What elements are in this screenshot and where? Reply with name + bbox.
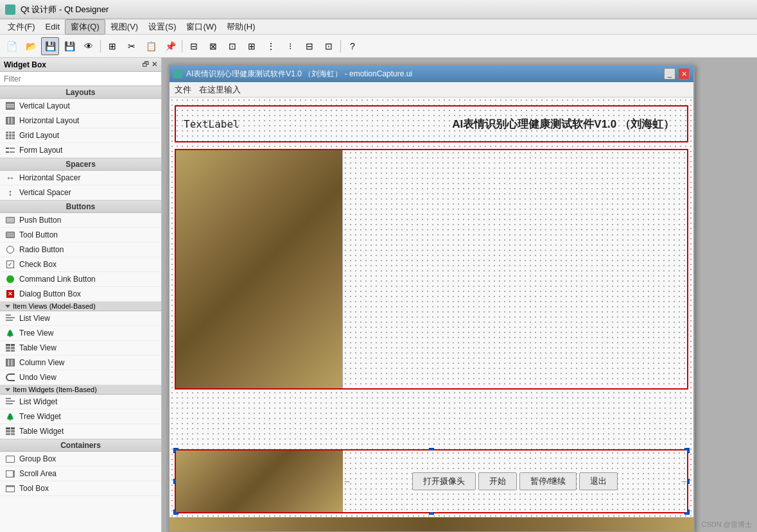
open-camera-btn[interactable]: 打开摄像头 <box>412 472 476 490</box>
widget-undo-view[interactable]: Undo View <box>0 370 161 385</box>
start-btn[interactable]: 开始 <box>478 472 517 490</box>
toolbar-align-h2[interactable]: ⊠ <box>204 37 222 55</box>
widget-tree-widget[interactable]: 🌲 Tree Widget <box>0 409 161 424</box>
widget-grid-layout[interactable]: Grid Layout <box>0 128 161 143</box>
widget-table-widget[interactable]: Table Widget <box>0 424 161 439</box>
widget-table-view[interactable]: Table View <box>0 341 161 356</box>
widget-horizontal-layout[interactable]: Horizontal Layout <box>0 114 161 128</box>
widget-group-box[interactable]: Group Box <box>0 452 161 467</box>
toolbar-paste[interactable]: 📌 <box>161 37 179 55</box>
toolbar-grid[interactable]: ⋮ <box>262 37 280 55</box>
widget-box-close[interactable]: ✕ <box>152 60 157 69</box>
bottom-area: ········· 打开摄像头 开始 暂停/继续 退出 ········· <box>175 449 688 513</box>
table-view-icon <box>5 343 15 353</box>
push-button-icon <box>5 215 15 225</box>
menu-window[interactable]: 窗口(W) <box>181 20 222 34</box>
toolbar-sep3 <box>340 40 341 53</box>
widget-push-button[interactable]: Push Button <box>0 213 161 228</box>
title-bar: Qt 设计师 - Qt Designer <box>0 0 757 19</box>
designer-menu-file[interactable]: 文件 <box>175 84 191 96</box>
designer-close-btn[interactable]: ✕ <box>678 68 690 80</box>
designer-window: AI表情识别心理健康测试软件V1.0 （刘海虹） - emotionCaptur… <box>168 64 695 532</box>
widget-command-link-button[interactable]: Command Link Button <box>0 272 161 287</box>
toolbar-sep1 <box>100 40 101 53</box>
designer-titlebar-left: AI表情识别心理健康测试软件V1.0 （刘海虹） - emotionCaptur… <box>173 69 412 80</box>
toolbar-align-v2[interactable]: ⊞ <box>243 37 261 55</box>
menu-help[interactable]: 帮助(H) <box>222 20 260 34</box>
toolbar-layout[interactable]: ⊟ <box>300 37 318 55</box>
filter-input[interactable] <box>0 72 161 85</box>
widget-box-actions: 🗗 ✕ <box>142 60 157 69</box>
toolbar-save2[interactable]: 💾 <box>60 37 78 55</box>
item-widgets-arrow <box>5 388 10 391</box>
central-area: AI表情识别心理健康测试软件V1.0 （刘海虹） - emotionCaptur… <box>162 58 757 532</box>
list-view-icon <box>5 313 15 323</box>
section-item-widgets[interactable]: Item Widgets (Item-Based) <box>0 385 161 395</box>
widget-scroll-area[interactable]: Scroll Area <box>0 467 161 481</box>
form-layout-icon <box>5 145 15 155</box>
menu-settings[interactable]: 设置(S) <box>143 20 181 34</box>
toolbar-copy[interactable]: 📋 <box>142 37 160 55</box>
widget-tool-button[interactable]: Tool Button <box>0 228 161 243</box>
widget-vertical-spacer[interactable]: ↕ Vertical Spacer <box>0 185 161 200</box>
designer-canvas[interactable]: TextLabel AI表情识别心理健康测试软件V1.0 （刘海虹） <box>170 98 693 531</box>
filter-box[interactable] <box>0 72 161 86</box>
widget-horizontal-spacer[interactable]: ↔ Horizontal Spacer <box>0 171 161 185</box>
toolbar-align-h[interactable]: ⊟ <box>185 37 203 55</box>
item-views-arrow <box>5 305 10 308</box>
toolbar-align-v[interactable]: ⊡ <box>223 37 241 55</box>
toolbar-save[interactable]: 💾 <box>41 37 59 55</box>
menu-form[interactable]: 窗体(Q) <box>65 19 105 35</box>
menu-file[interactable]: 文件(F) <box>3 20 40 34</box>
widget-radio-button[interactable]: Radio Button <box>0 243 161 257</box>
bottom-left-preview <box>176 450 343 512</box>
widget-list-widget[interactable]: List Widget <box>0 395 161 409</box>
pause-continue-btn[interactable]: 暂停/继续 <box>519 472 577 490</box>
toolbar-grid2[interactable]: ⁝ <box>281 37 299 55</box>
designer-menu-input[interactable]: 在这里输入 <box>199 84 241 96</box>
category-layouts: Layouts <box>0 86 161 99</box>
designer-minimize-btn[interactable]: _ <box>664 68 675 80</box>
toolbar: 📄 📂 💾 💾 👁 ⊞ ✂ 📋 📌 ⊟ ⊠ ⊡ ⊞ ⋮ ⁝ ⊟ ⊡ ? <box>0 35 757 58</box>
widget-vertical-layout[interactable]: Vertical Layout <box>0 99 161 114</box>
menu-bar: 文件(F) Edit 窗体(Q) 视图(V) 设置(S) 窗口(W) 帮助(H) <box>0 19 757 35</box>
widget-box-float[interactable]: 🗗 <box>142 60 149 69</box>
vertical-layout-icon <box>5 101 15 111</box>
grid-layout-icon <box>5 130 15 141</box>
toolbar-sep2 <box>182 40 182 53</box>
left-preview <box>176 150 343 388</box>
widget-column-view[interactable]: Column View <box>0 356 161 370</box>
section-item-views[interactable]: Item Views (Model-Based) <box>0 302 161 311</box>
bottom-buttons-area: ········· 打开摄像头 开始 暂停/继续 退出 ········· <box>343 450 687 512</box>
toolbar-cut[interactable]: ✂ <box>123 37 141 55</box>
widget-dialog-button-box[interactable]: ✕ Dialog Button Box <box>0 287 161 302</box>
bottom-gold-bar <box>170 517 693 531</box>
widget-tool-box[interactable]: Tool Box <box>0 481 161 496</box>
toolbar-adjust[interactable]: ⊞ <box>103 37 121 55</box>
category-containers: Containers <box>0 439 161 452</box>
toolbar-open[interactable]: 📂 <box>22 37 40 55</box>
menu-view[interactable]: 视图(V) <box>105 20 143 34</box>
text-label: TextLabel <box>184 118 239 130</box>
designer-menubar: 文件 在这里输入 <box>170 82 693 98</box>
group-box-icon <box>5 454 15 464</box>
tree-widget-icon: 🌲 <box>5 411 15 422</box>
horizontal-spacer-icon: ↔ <box>5 173 15 183</box>
widget-list-view[interactable]: List View <box>0 311 161 326</box>
toolbar-preview[interactable]: 👁 <box>80 37 98 55</box>
widget-box: Widget Box 🗗 ✕ Layouts Vertical Layout <box>0 58 162 532</box>
widget-check-box[interactable]: ✓ Check Box <box>0 257 161 272</box>
dialog-button-icon: ✕ <box>5 289 15 299</box>
app-title: Qt 设计师 - Qt Designer <box>21 4 109 15</box>
right-dotted <box>343 150 687 388</box>
tool-box-icon <box>5 483 15 493</box>
toolbar-new[interactable]: 📄 <box>3 37 21 55</box>
tool-button-icon <box>5 230 15 240</box>
toolbar-layout2[interactable]: ⊡ <box>320 37 338 55</box>
widget-tree-view[interactable]: 🌲 Tree View <box>0 326 161 341</box>
widget-form-layout[interactable]: Form Layout <box>0 143 161 158</box>
exit-btn[interactable]: 退出 <box>579 472 618 490</box>
menu-edit[interactable]: Edit <box>40 21 65 33</box>
toolbar-help[interactable]: ? <box>344 37 361 55</box>
radio-button-icon <box>5 245 15 255</box>
